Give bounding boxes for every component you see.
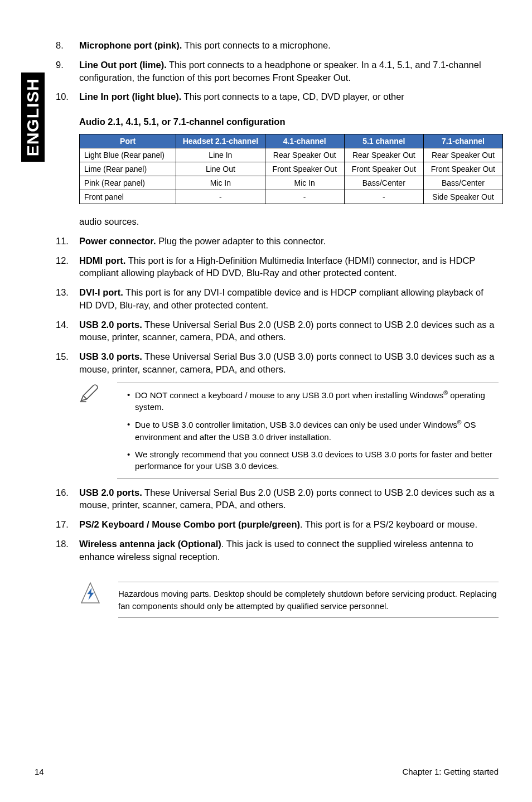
list-item: 16. USB 2.0 ports. These Universal Seria… xyxy=(56,486,499,512)
cell: Mic In xyxy=(265,176,344,190)
page-container: ENGLISH 8. Microphone port (pink). This … xyxy=(0,0,532,802)
item-number: 13. xyxy=(56,286,79,312)
item-text: This port is for a High-Definition Multi… xyxy=(79,255,475,278)
cell: Front panel xyxy=(80,190,176,204)
audio-config-table: Port Headset 2.1-channel 4.1-channel 5.1… xyxy=(79,134,503,204)
audio-sources-text: audio sources. xyxy=(79,215,499,228)
list-item: 10. Line In port (light blue). This port… xyxy=(56,90,499,103)
item-number: 11. xyxy=(56,235,79,248)
item-bold: USB 2.0 ports. xyxy=(79,487,142,497)
cell: Rear Speaker Out xyxy=(423,148,502,162)
cell: Front Speaker Out xyxy=(265,162,344,176)
item-bold: Power connector. xyxy=(79,236,156,246)
item-body: Microphone port (pink). This port connec… xyxy=(79,39,499,52)
item-body: Wireless antenna jack (Optional). This j… xyxy=(79,538,499,563)
item-number: 14. xyxy=(56,318,79,344)
lightning-icon xyxy=(79,582,101,604)
item-body: HDMI port. This port is for a High-Defin… xyxy=(79,254,499,280)
list-item: 14. USB 2.0 ports. These Universal Seria… xyxy=(56,318,499,344)
item-bold: DVI-I port. xyxy=(79,287,123,297)
item-number: 8. xyxy=(56,39,79,52)
th-41: 4.1-channel xyxy=(265,134,344,148)
th-71: 7.1-channel xyxy=(423,134,502,148)
cell: Pink (Rear panel) xyxy=(80,176,176,190)
audio-heading: Audio 2.1, 4.1, 5.1, or 7.1-channel conf… xyxy=(79,117,499,127)
cell: - xyxy=(344,190,423,204)
list-item: 13. DVI-I port. This port is for any DVI… xyxy=(56,286,499,312)
table-row: Front panel - - - Side Speaker Out xyxy=(80,190,503,204)
table-row: Pink (Rear panel) Mic In Mic In Bass/Cen… xyxy=(80,176,503,190)
cell: Rear Speaker Out xyxy=(265,148,344,162)
item-number: 17. xyxy=(56,518,79,531)
item-number: 10. xyxy=(56,90,79,103)
item-bold: Wireless antenna jack (Optional) xyxy=(79,539,221,549)
list-item: 15. USB 3.0 ports. These Universal Seria… xyxy=(56,350,499,376)
cell: Line In xyxy=(176,148,265,162)
item-body: Power connector. Plug the power adapter … xyxy=(79,235,499,248)
item-bold: USB 2.0 ports. xyxy=(79,320,142,330)
th-51: 5.1 channel xyxy=(344,134,423,148)
item-body: DVI-I port. This port is for any DVI-I c… xyxy=(79,286,499,312)
note-item: We strongly recommend that you connect U… xyxy=(127,448,499,472)
item-text: Plug the power adapter to this connector… xyxy=(156,236,326,246)
chapter-label: Chapter 1: Getting started xyxy=(402,767,499,776)
item-text: This port connects to a tape, CD, DVD pl… xyxy=(181,91,404,102)
lang-label: ENGLISH xyxy=(23,78,42,156)
item-bold: Microphone port (pink). xyxy=(79,40,182,50)
cell: Line Out xyxy=(176,162,265,176)
cell: Mic In xyxy=(176,176,265,190)
note-item: DO NOT connect a keyboard / mouse to any… xyxy=(127,389,499,413)
feature-list-cont: audio sources. 11. Power connector. Plug… xyxy=(56,215,499,376)
item-bold: Line In port (light blue). xyxy=(79,91,181,102)
list-item: 17. PS/2 Keyboard / Mouse Combo port (pu… xyxy=(56,518,499,531)
cell: Lime (Rear panel) xyxy=(80,162,176,176)
item-text: This port is for any DVI-I compatible de… xyxy=(79,287,483,310)
item-body: PS/2 Keyboard / Mouse Combo port (purple… xyxy=(79,518,499,531)
table-row: Light Blue (Rear panel) Line In Rear Spe… xyxy=(80,148,503,162)
item-bold: USB 3.0 ports. xyxy=(79,351,142,361)
cell: Side Speaker Out xyxy=(423,190,502,204)
cell: Rear Speaker Out xyxy=(344,148,423,162)
svg-line-0 xyxy=(83,395,86,399)
item-text: . This port is for a PS/2 keyboard or mo… xyxy=(300,519,477,529)
item-number: 15. xyxy=(56,350,79,376)
cell: - xyxy=(176,190,265,204)
cell: Bass/Center xyxy=(423,176,502,190)
cell: - xyxy=(265,190,344,204)
item-bold: HDMI port. xyxy=(79,255,125,265)
list-item: 9. Line Out port (lime). This port conne… xyxy=(56,59,499,84)
language-tab: ENGLISH xyxy=(21,73,45,162)
cell: Front Speaker Out xyxy=(423,162,502,176)
list-item: 12. HDMI port. This port is for a High-D… xyxy=(56,254,499,280)
list-item: 18. Wireless antenna jack (Optional). Th… xyxy=(56,538,499,563)
note-body: DO NOT connect a keyboard / mouse to any… xyxy=(117,383,499,479)
list-item: 8. Microphone port (pink). This port con… xyxy=(56,39,499,52)
page-number: 14 xyxy=(35,767,44,776)
item-body: USB 3.0 ports. These Universal Serial Bu… xyxy=(79,350,499,376)
th-21: Headset 2.1-channel xyxy=(176,134,265,148)
th-port: Port xyxy=(80,134,176,148)
item-body: Line In port (light blue). This port con… xyxy=(79,90,499,103)
table-row: Lime (Rear panel) Line Out Front Speaker… xyxy=(80,162,503,176)
item-text: This port connects to a microphone. xyxy=(182,40,331,50)
warning-text: Hazardous moving parts. Desktop should b… xyxy=(118,582,499,618)
page-footer: 14 Chapter 1: Getting started xyxy=(35,767,499,776)
item-bold: Line Out port (lime). xyxy=(79,60,167,70)
item-bold: PS/2 Keyboard / Mouse Combo port (purple… xyxy=(79,519,300,529)
list-item: audio sources. xyxy=(56,215,499,228)
item-number: 9. xyxy=(56,59,79,84)
feature-list-cont2: 16. USB 2.0 ports. These Universal Seria… xyxy=(56,486,499,563)
item-number: 16. xyxy=(56,486,79,512)
cell: Light Blue (Rear panel) xyxy=(80,148,176,162)
item-number: 12. xyxy=(56,254,79,280)
note-item: Due to USB 3.0 controller limitation, US… xyxy=(127,418,499,443)
item-body: Line Out port (lime). This port connects… xyxy=(79,59,499,84)
cell: Front Speaker Out xyxy=(344,162,423,176)
list-item: 11. Power connector. Plug the power adap… xyxy=(56,235,499,248)
cell: Bass/Center xyxy=(344,176,423,190)
item-number: 18. xyxy=(56,538,79,563)
warning-block: Hazardous moving parts. Desktop should b… xyxy=(79,582,499,618)
item-body: USB 2.0 ports. These Universal Serial Bu… xyxy=(79,318,499,344)
feature-list: 8. Microphone port (pink). This port con… xyxy=(56,39,499,103)
item-body: USB 2.0 ports. These Universal Serial Bu… xyxy=(79,486,499,512)
